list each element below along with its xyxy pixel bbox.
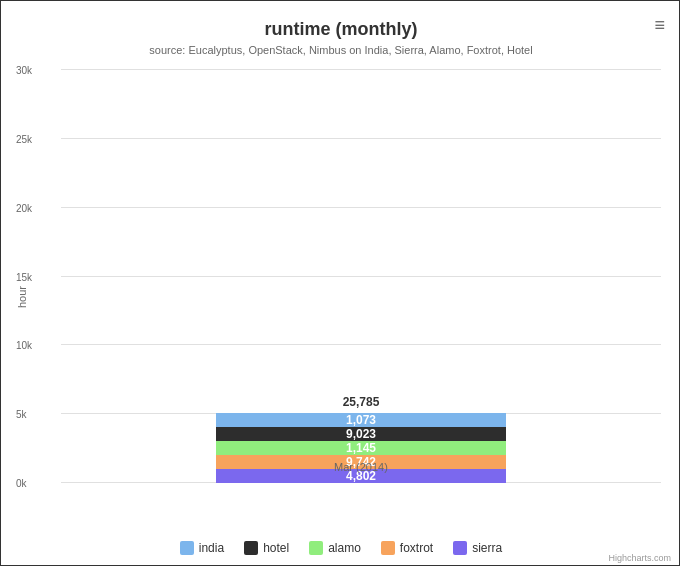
grid-label: 15k <box>16 271 32 282</box>
grid-label: 25k <box>16 133 32 144</box>
grid-label: 10k <box>16 340 32 351</box>
grid-label: 20k <box>16 202 32 213</box>
bar-segment-alamo: 1,145 <box>216 441 506 455</box>
y-axis-label: hour <box>16 285 28 307</box>
legend-label-foxtrot: foxtrot <box>400 541 433 555</box>
grid-label: 5k <box>16 409 27 420</box>
legend-item-hotel[interactable]: hotel <box>244 541 289 555</box>
bar-segment-india: 1,073 <box>216 413 506 427</box>
chart-header: runtime (monthly) source: Eucalyptus, Op… <box>1 1 680 60</box>
legend: indiahotelalamofoxtrotsierra <box>1 533 680 566</box>
legend-item-sierra[interactable]: sierra <box>453 541 502 555</box>
legend-swatch-hotel <box>244 541 258 555</box>
legend-item-alamo[interactable]: alamo <box>309 541 361 555</box>
legend-item-foxtrot[interactable]: foxtrot <box>381 541 433 555</box>
menu-icon[interactable]: ≡ <box>654 15 665 36</box>
grid-label: 30k <box>16 65 32 76</box>
legend-swatch-sierra <box>453 541 467 555</box>
legend-label-alamo: alamo <box>328 541 361 555</box>
bar-total-label: 25,785 <box>343 395 380 409</box>
legend-swatch-alamo <box>309 541 323 555</box>
chart-area: 30k25k20k15k10k5k0k 25,785 4,8029,7421,1… <box>61 70 661 483</box>
legend-item-india[interactable]: india <box>180 541 224 555</box>
chart-title: runtime (monthly) <box>1 19 680 40</box>
legend-swatch-india <box>180 541 194 555</box>
bar-segment-hotel: 9,023 <box>216 427 506 441</box>
chart-container: ≡ runtime (monthly) source: Eucalyptus, … <box>1 1 680 566</box>
legend-label-sierra: sierra <box>472 541 502 555</box>
highcharts-credit: Highcharts.com <box>608 553 671 563</box>
chart-body: hour 30k25k20k15k10k5k0k 25,785 4,8029,7… <box>1 60 680 533</box>
legend-label-hotel: hotel <box>263 541 289 555</box>
legend-label-india: india <box>199 541 224 555</box>
legend-swatch-foxtrot <box>381 541 395 555</box>
x-axis-label: Mar (2014) <box>61 461 661 473</box>
grid-label: 0k <box>16 478 27 489</box>
chart-subtitle: source: Eucalyptus, OpenStack, Nimbus on… <box>1 44 680 56</box>
bars-container: 25,785 4,8029,7421,1459,0231,073 <box>61 70 661 483</box>
